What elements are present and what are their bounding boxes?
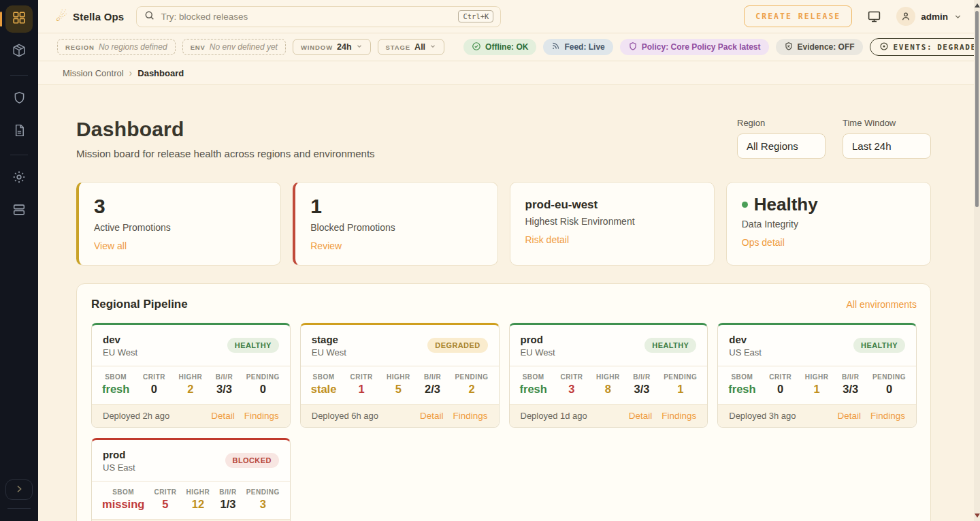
scroll-up-arrow[interactable] <box>975 3 980 7</box>
grid-icon <box>12 10 27 28</box>
env-context-pill[interactable]: ENV No env defined yet <box>182 39 286 55</box>
sidebar-divider <box>7 508 31 509</box>
data-integrity-card: Healthy Data Integrity Ops detail <box>726 182 931 266</box>
time-window-filter-select[interactable]: Last 24h <box>843 133 931 159</box>
env-name: prod <box>103 449 135 460</box>
global-search[interactable]: Ctrl+K <box>136 6 501 27</box>
search-icon <box>144 10 155 24</box>
feed-status-label: Feed: Live <box>564 42 604 52</box>
stat-label-pending: PENDING <box>872 373 906 381</box>
status-badge: BLOCKED <box>225 453 279 468</box>
risk-detail-link[interactable]: Risk detail <box>525 234 570 245</box>
search-input[interactable] <box>161 12 458 22</box>
user-menu[interactable]: admin <box>896 7 962 26</box>
stat-label-bir: B/I/R <box>219 488 236 496</box>
env-region: EU West <box>312 347 346 358</box>
deployed-time: Deployed 1d ago <box>521 411 587 421</box>
chevron-down-icon <box>429 42 436 52</box>
pipeline-card-prod-us-east: prod US East BLOCKED SBOMmissing CRITR5 … <box>91 438 291 521</box>
shield-icon <box>12 91 27 108</box>
sidebar-item-infrastructure[interactable] <box>5 198 33 225</box>
stage-dropdown-value: All <box>414 42 425 52</box>
sidebar-item-releases[interactable] <box>5 38 33 65</box>
stat-label-highr: HIGHR <box>805 373 829 381</box>
deployed-time: Deployed 6h ago <box>312 411 378 421</box>
time-window-filter-label: Time Window <box>843 118 931 128</box>
sidebar-item-documents[interactable] <box>5 118 33 145</box>
scrollbar-thumb[interactable] <box>975 11 979 207</box>
highest-risk-label: Highest Risk Environment <box>525 216 699 227</box>
stat-value-sbom: missing <box>102 498 144 511</box>
stat-label-sbom: SBOM <box>728 373 755 381</box>
env-context-label: ENV <box>191 44 206 51</box>
pipeline-card-stage-eu-west: stage EU West DEGRADED SBOMstale CRITR1 … <box>300 323 500 428</box>
evidence-status-pill: Evidence: OFF <box>776 39 863 55</box>
findings-link[interactable]: Findings <box>662 411 696 421</box>
all-environments-link[interactable]: All environments <box>847 299 917 310</box>
findings-link[interactable]: Findings <box>244 411 279 421</box>
stat-value-critr: 0 <box>769 383 791 396</box>
breadcrumb: Mission Control › Dashboard <box>38 61 980 85</box>
sidebar-item-dashboard[interactable] <box>5 5 33 33</box>
chevron-down-icon <box>356 42 363 52</box>
stat-value-bir: 3/3 <box>633 383 650 396</box>
scroll-down-arrow[interactable] <box>975 514 980 518</box>
stat-label-critr: CRITR <box>350 373 373 381</box>
stage-dropdown-label: STAGE <box>386 44 411 51</box>
dot-circle-icon <box>879 42 889 53</box>
stat-label-pending: PENDING <box>664 373 697 381</box>
document-icon <box>12 123 27 140</box>
findings-link[interactable]: Findings <box>870 411 905 421</box>
vertical-scrollbar[interactable] <box>974 0 980 521</box>
window-dropdown[interactable]: WINDOW 24h <box>293 39 371 55</box>
breadcrumb-mission-control[interactable]: Mission Control <box>63 68 124 78</box>
status-badge: HEALTHY <box>644 338 696 353</box>
stat-value-sbom: fresh <box>728 383 755 396</box>
env-region: US East <box>103 462 135 473</box>
region-context-pill[interactable]: REGION No regions defined <box>57 39 176 55</box>
status-badge: HEALTHY <box>227 338 279 353</box>
stat-value-pending: 0 <box>246 383 280 396</box>
sidebar-collapse-button[interactable] <box>5 479 33 500</box>
context-status-bar: REGION No regions defined ENV No env def… <box>38 33 980 61</box>
stat-value-highr: 12 <box>186 498 210 511</box>
view-all-link[interactable]: View all <box>94 240 127 251</box>
stat-value-pending: 3 <box>246 498 280 511</box>
chevron-down-icon <box>953 12 962 21</box>
region-filter-label: Region <box>737 118 826 128</box>
regional-pipeline-title: Regional Pipeline <box>91 298 188 311</box>
data-integrity-status: Healthy <box>754 195 818 214</box>
review-link[interactable]: Review <box>310 240 342 251</box>
page-title: Dashboard <box>76 118 375 141</box>
stat-value-pending: 1 <box>664 383 697 396</box>
ops-detail-link[interactable]: Ops detail <box>742 237 785 248</box>
sidebar-item-settings[interactable] <box>5 165 33 192</box>
blocked-promotions-count: 1 <box>310 195 482 217</box>
rss-icon <box>551 42 560 52</box>
user-avatar <box>896 7 915 26</box>
stat-value-bir: 2/3 <box>424 383 441 396</box>
gear-icon <box>12 170 27 187</box>
stat-label-sbom: SBOM <box>520 373 547 381</box>
create-release-button[interactable]: CREATE RELEASE <box>744 5 852 27</box>
detail-link[interactable]: Detail <box>420 411 444 421</box>
stat-value-critr: 3 <box>560 383 583 396</box>
stat-value-pending: 2 <box>455 383 488 396</box>
stat-label-bir: B/I/R <box>633 373 650 381</box>
stat-value-critr: 0 <box>143 383 165 396</box>
stage-dropdown[interactable]: STAGE All <box>378 39 445 55</box>
env-name: dev <box>103 334 137 345</box>
highest-risk-env: prod-eu-west <box>525 199 699 211</box>
detail-link[interactable]: Detail <box>211 411 235 421</box>
sidebar-item-security[interactable] <box>5 85 33 112</box>
findings-link[interactable]: Findings <box>453 411 487 421</box>
stat-value-critr: 5 <box>154 498 176 511</box>
stat-value-bir: 3/3 <box>216 383 233 396</box>
region-filter-select[interactable]: All Regions <box>737 133 826 159</box>
display-mode-button[interactable] <box>867 10 881 24</box>
summary-cards-row: 3 Active Promotions View all 1 Blocked P… <box>76 182 931 266</box>
sidebar-divider <box>10 155 28 155</box>
top-bar: ☄ Stella Ops Ctrl+K CREATE RELEASE admin <box>38 0 980 33</box>
detail-link[interactable]: Detail <box>837 411 861 421</box>
detail-link[interactable]: Detail <box>629 411 653 421</box>
